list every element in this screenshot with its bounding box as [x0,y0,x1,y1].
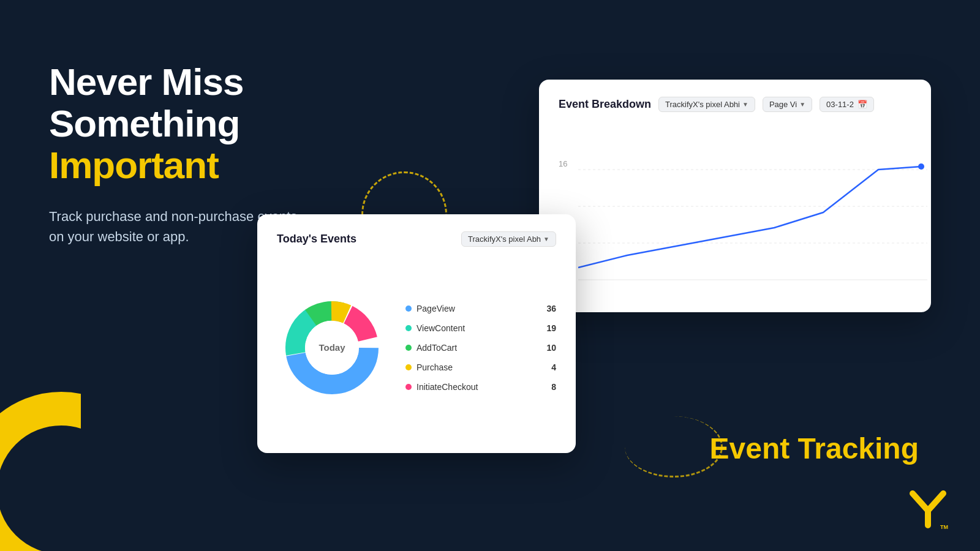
legend-label-viewcontent: ViewContent [417,323,465,333]
card-title: Event Breakdown [559,98,651,111]
legend-dot-initiatecheckout [405,384,412,390]
events-pixel-dropdown[interactable]: TrackifyX's pixel Abh ▼ [461,231,556,247]
chevron-down-icon: ▼ [742,101,748,108]
chart-area: 16 12 [559,127,911,298]
view-dropdown-label: Page Vi [769,100,797,109]
chevron-down-icon: ▼ [799,101,805,108]
legend-dot-addtocart [405,345,412,351]
legend-value-purchase: 4 [541,362,556,372]
legend-item-initiatecheckout: InitiateCheckout 8 [405,382,556,392]
y-label-16: 16 [559,159,567,168]
event-breakdown-card: Event Breakdown TrackifyX's pixel Abhi ▼… [539,80,931,312]
date-picker[interactable]: 03-11-2 📅 [820,97,874,112]
legend-label-addtocart: AddToCart [417,343,457,353]
legend-label-initiatecheckout: InitiateCheckout [417,382,478,392]
legend-dot-purchase [405,364,412,370]
events-pixel-label: TrackifyX's pixel Abh [468,234,541,244]
pixel-dropdown-label: TrackifyX's pixel Abhi [665,100,740,109]
trackifyx-logo: TM [907,487,949,530]
legend-value-addtocart: 10 [541,343,556,353]
calendar-icon: 📅 [858,100,867,109]
headline-white: Never Miss Something [49,61,441,144]
svg-text:Today: Today [318,342,345,353]
todays-events-card: Today's Events TrackifyX's pixel Abh ▼ [257,214,576,453]
chevron-down-icon: ▼ [543,236,549,242]
legend-item-addtocart: AddToCart 10 [405,343,556,353]
legend-value-viewcontent: 19 [541,323,556,333]
yellow-arc-decoration [0,392,159,551]
card-header: Event Breakdown TrackifyX's pixel Abhi ▼… [559,97,911,112]
legend-label-pageview: PageView [417,304,455,313]
legend-item-purchase: Purchase 4 [405,362,556,372]
legend-value-pageview: 36 [541,304,556,313]
event-tracking-text: Event Tracking [710,433,919,465]
date-label: 03-11-2 [826,100,854,109]
pixel-dropdown[interactable]: TrackifyX's pixel Abhi ▼ [658,97,755,112]
headline-yellow: Important [49,144,441,186]
logo-container: TM [907,487,949,533]
donut-chart: Today [277,293,387,403]
view-dropdown[interactable]: Page Vi ▼ [763,97,812,112]
events-content: Today PageView 36 ViewContent 19 [277,259,556,437]
legend-dot-pageview [405,305,412,312]
svg-text:TM: TM [940,524,948,530]
legend-item-viewcontent: ViewContent 19 [405,323,556,333]
legend-dot-viewcontent [405,325,412,331]
legend-label-purchase: Purchase [417,362,453,372]
dashed-arc-decoration [625,416,723,478]
line-chart [578,133,911,294]
event-tracking-label: Event Tracking [710,433,919,465]
legend-item-pageview: PageView 36 [405,304,556,313]
events-title: Today's Events [277,233,356,246]
legend-value-initiatecheckout: 8 [541,382,556,392]
chart-legend: PageView 36 ViewContent 19 AddToCart 10 [405,304,556,392]
svg-point-4 [918,163,924,170]
events-card-header: Today's Events TrackifyX's pixel Abh ▼ [277,231,556,247]
